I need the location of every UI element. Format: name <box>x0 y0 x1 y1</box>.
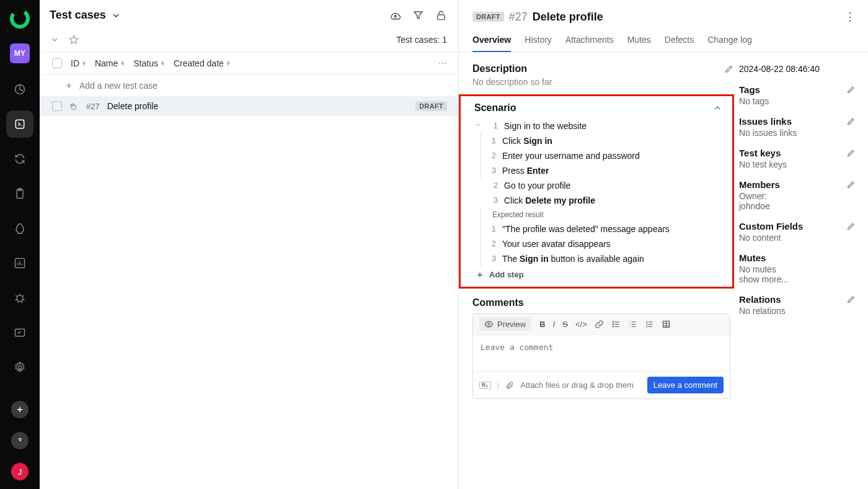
members-block: Members Owner:johndoe <box>739 179 856 211</box>
mutes-block: Mutes No mutes show more... <box>739 253 856 284</box>
manual-icon <box>69 102 79 111</box>
step-row[interactable]: 1 Click Sign in <box>484 133 726 148</box>
status-badge: DRAFT <box>415 101 447 111</box>
relations-block: Relations No relations <box>739 294 856 316</box>
detail-title: Delete profile <box>533 11 603 24</box>
upload-icon[interactable] <box>389 9 401 21</box>
chevron-up-icon[interactable] <box>712 103 722 113</box>
row-checkbox[interactable] <box>52 101 62 111</box>
svg-point-10 <box>488 323 490 326</box>
italic-icon[interactable]: I <box>553 320 556 329</box>
nav-cycles-icon[interactable] <box>6 145 33 173</box>
edit-keys-icon[interactable] <box>846 148 856 158</box>
nav-clipboard-icon[interactable] <box>6 180 33 207</box>
detail-tabs: Overview History Attachments Mutes Defec… <box>459 29 868 52</box>
ul-icon[interactable] <box>611 320 621 329</box>
col-id[interactable]: ID▲▼ <box>71 58 86 68</box>
attachment-icon[interactable] <box>505 381 514 390</box>
comment-textarea[interactable] <box>473 335 730 369</box>
user-avatar[interactable]: J <box>11 463 29 480</box>
nav-dashboard-icon[interactable] <box>6 76 33 103</box>
edit-members-icon[interactable] <box>846 180 856 189</box>
timestamp: 2024-08-22 08:46:40 <box>739 63 856 76</box>
chevron-down-icon[interactable] <box>50 35 60 45</box>
edit-tags-icon[interactable] <box>846 85 856 94</box>
attach-hint[interactable]: Attach files or drag & drop them <box>520 380 634 390</box>
svg-point-12 <box>613 324 613 325</box>
step-row[interactable]: 3 Click Delete my profile <box>474 193 726 208</box>
nav-defects-icon[interactable] <box>6 284 33 312</box>
filter-icon[interactable] <box>412 9 424 21</box>
tags-block: Tags No tags <box>739 84 856 106</box>
tab-history[interactable]: History <box>525 29 552 52</box>
tab-defects[interactable]: Defects <box>665 29 694 52</box>
tab-changelog[interactable]: Change log <box>707 29 752 52</box>
col-status[interactable]: Status▲▼ <box>133 58 165 68</box>
leave-comment-button[interactable]: Leave a comment <box>647 377 724 393</box>
keys-block: Test keys No test keys <box>739 148 856 169</box>
edit-relations-icon[interactable] <box>846 295 856 304</box>
expected-row[interactable]: 3 The Sign in button is available again <box>484 251 726 266</box>
step-row[interactable]: 2 Go to your profile <box>474 178 726 193</box>
testcase-count: Test cases: 1 <box>396 35 447 45</box>
edit-description-icon[interactable] <box>724 64 734 74</box>
preview-button[interactable]: Preview <box>479 318 531 331</box>
strike-icon[interactable]: S <box>562 320 568 329</box>
select-all-checkbox[interactable] <box>52 58 62 68</box>
add-testcase-row[interactable]: Add a new test case <box>40 75 458 96</box>
code-icon[interactable]: </> <box>575 320 587 329</box>
svg-rect-9 <box>438 15 445 20</box>
comments-title: Comments <box>472 297 734 308</box>
table-icon[interactable] <box>662 320 671 329</box>
scenario-section: Scenario 1 Sign in to the website 1 Clic… <box>459 94 734 289</box>
tab-attachments[interactable]: Attachments <box>565 29 614 52</box>
bold-icon[interactable]: B <box>539 320 545 329</box>
svg-point-6 <box>17 295 23 302</box>
more-icon[interactable]: ⋮ <box>844 10 856 24</box>
col-created[interactable]: Created date▲▼ <box>174 58 231 68</box>
checklist-icon[interactable] <box>645 320 654 329</box>
chevron-down-icon[interactable] <box>111 11 121 20</box>
tab-mutes[interactable]: Mutes <box>627 29 651 52</box>
app-logo <box>10 9 30 29</box>
description-title: Description <box>472 63 527 74</box>
step-row[interactable]: 2 Enter your username and password <box>484 148 726 163</box>
step-row[interactable]: 3 Press Enter <box>484 163 726 178</box>
nav-settings-icon[interactable] <box>6 354 33 381</box>
svg-point-13 <box>613 326 613 327</box>
status-badge: DRAFT <box>472 12 504 22</box>
step-row[interactable]: 1 Sign in to the website <box>474 119 726 133</box>
nav-testcases-icon[interactable] <box>6 110 33 138</box>
show-more-link[interactable]: show more... <box>739 274 856 284</box>
project-badge[interactable]: MY <box>10 43 30 63</box>
col-name[interactable]: Name▲▼ <box>95 58 125 68</box>
more-icon[interactable]: ⋯ <box>438 58 447 68</box>
app-sidebar: MY J <box>0 0 40 489</box>
svg-point-0 <box>10 9 30 29</box>
add-button[interactable] <box>11 401 29 418</box>
panel-title: Test cases <box>50 9 106 22</box>
markdown-icon: M↓ <box>479 382 491 389</box>
expected-row[interactable]: 2 Your user avatar disappears <box>484 236 726 251</box>
detail-panel: DRAFT #27 Delete profile ⋮ Overview Hist… <box>459 0 868 489</box>
nav-launches-icon[interactable] <box>6 215 33 242</box>
edit-custom-icon[interactable] <box>846 222 856 231</box>
edit-issues-icon[interactable] <box>846 117 856 126</box>
eye-icon <box>484 320 494 329</box>
svg-point-8 <box>19 366 22 369</box>
link-icon[interactable] <box>595 320 604 329</box>
nav-analytics-icon[interactable] <box>6 249 33 277</box>
star-icon[interactable] <box>68 34 79 45</box>
plus-icon <box>476 271 484 279</box>
tab-overview[interactable]: Overview <box>472 29 511 52</box>
table-row[interactable]: #27 Delete profile DRAFT <box>40 96 458 116</box>
description-value: No description so far <box>472 77 734 87</box>
add-step-button[interactable]: Add step <box>476 270 726 279</box>
ol-icon[interactable] <box>628 320 637 329</box>
row-id: #27 <box>86 102 100 111</box>
help-button[interactable] <box>11 432 29 449</box>
expected-row[interactable]: 1 "The profile was deleted" message appe… <box>484 222 726 236</box>
lock-icon[interactable] <box>435 9 447 21</box>
row-name: Delete profile <box>107 101 159 111</box>
nav-jobs-icon[interactable] <box>6 319 33 346</box>
